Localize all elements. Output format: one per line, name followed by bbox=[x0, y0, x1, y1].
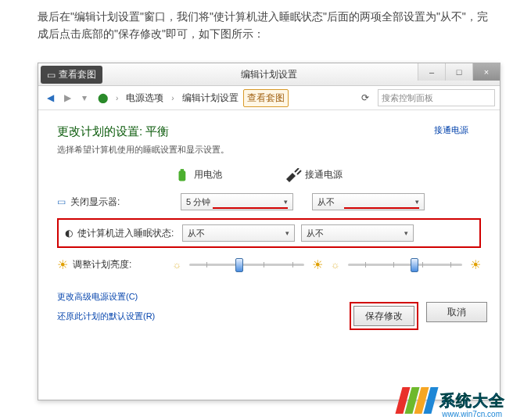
svg-line-2 bbox=[295, 168, 299, 172]
minimize-button[interactable]: – bbox=[418, 63, 445, 81]
sleep-plugged-select[interactable]: 从不▾ bbox=[301, 224, 414, 242]
crumb-current[interactable]: 查看套图 bbox=[243, 89, 289, 107]
maximize-button[interactable]: □ bbox=[445, 63, 472, 81]
brightness-low-icon: ☼ bbox=[331, 259, 340, 271]
monitor-icon: ▭ bbox=[57, 196, 66, 207]
back-button[interactable]: ◀ bbox=[43, 91, 57, 105]
cancel-button[interactable]: 取消 bbox=[426, 302, 487, 322]
gallery-overlay-label: 查看套图 bbox=[59, 68, 96, 81]
display-off-battery-select[interactable]: 5 分钟▾ bbox=[181, 193, 293, 210]
watermark-url: www.win7cn.com bbox=[442, 410, 502, 418]
row-brightness: ☀ 调整计划亮度: ☼ ☀ ☼ ☀ bbox=[57, 257, 481, 272]
col-battery: 用电池 bbox=[174, 168, 222, 182]
display-off-plugged-select[interactable]: 从不▾ bbox=[312, 193, 425, 210]
up-button[interactable]: ▾ bbox=[77, 91, 91, 105]
brightness-low-icon: ☼ bbox=[172, 259, 181, 271]
brightness-high-icon: ☀ bbox=[470, 257, 481, 272]
brightness-battery-slider[interactable] bbox=[189, 259, 303, 271]
content-area: 更改计划的设置: 平衡 选择希望计算机使用的睡眠设置和显示设置。 接通电源 用电… bbox=[38, 110, 500, 338]
page-subheading: 选择希望计算机使用的睡眠设置和显示设置。 bbox=[57, 144, 481, 156]
breadcrumb[interactable]: ⬤ › 电源选项 › 编辑计划设置 查看套图 bbox=[95, 89, 353, 107]
svg-rect-1 bbox=[181, 169, 184, 171]
gallery-icon: ▭ bbox=[47, 70, 56, 81]
chevron-down-icon: ▾ bbox=[284, 198, 288, 206]
power-icon: ⬤ bbox=[95, 91, 111, 105]
forward-button[interactable]: ▶ bbox=[60, 91, 74, 105]
brightness-icon: ☀ bbox=[57, 257, 68, 272]
column-headers: 用电池 接通电源 bbox=[174, 168, 481, 182]
save-button[interactable]: 保存修改 bbox=[353, 306, 414, 326]
sleep-row-highlight: ◐ 使计算机进入睡眠状态: 从不▾ 从不▾ bbox=[57, 218, 481, 248]
row-display-off: ▭ 关闭显示器: 5 分钟▾ 从不▾ bbox=[57, 193, 481, 210]
chevron-down-icon: ▾ bbox=[415, 198, 419, 206]
gallery-overlay[interactable]: ▭ 查看套图 bbox=[41, 66, 102, 84]
button-row: 保存修改 取消 bbox=[350, 302, 487, 330]
close-button[interactable]: × bbox=[472, 63, 500, 81]
advanced-settings-link[interactable]: 更改高级电源设置(C) bbox=[57, 291, 481, 303]
chevron-right-icon: › bbox=[113, 92, 121, 104]
navbar: ◀ ▶ ▾ ⬤ › 电源选项 › 编辑计划设置 查看套图 ⟳ 搜索控制面板 bbox=[38, 86, 500, 110]
crumb-power-options[interactable]: 电源选项 bbox=[123, 90, 167, 106]
instruction-text: 最后在"编辑计划设置"窗口，我们将"使计算机进入睡眠状态"后面的两项全部设置为"… bbox=[0, 0, 513, 47]
svg-line-3 bbox=[297, 171, 301, 174]
titlebar: 编辑计划设置 – □ × bbox=[38, 63, 500, 86]
settings-window: ▭ 查看套图 编辑计划设置 – □ × ◀ ▶ ▾ ⬤ › 电源选项 › 编辑计… bbox=[38, 63, 500, 400]
save-button-highlight: 保存修改 bbox=[350, 302, 418, 330]
crumb-edit-plan[interactable]: 编辑计划设置 bbox=[179, 90, 242, 106]
svg-rect-0 bbox=[178, 171, 185, 181]
row-display-label: 关闭显示器: bbox=[70, 196, 120, 209]
chevron-down-icon: ▾ bbox=[404, 229, 408, 237]
col-plugged: 接通电源 bbox=[285, 168, 342, 182]
battery-icon bbox=[174, 168, 192, 182]
page-heading: 更改计划的设置: 平衡 bbox=[57, 124, 481, 139]
search-placeholder: 搜索控制面板 bbox=[382, 92, 433, 104]
row-sleep-label: 使计算机进入睡眠状态: bbox=[77, 227, 174, 240]
refresh-button[interactable]: ⟳ bbox=[356, 92, 375, 103]
search-input[interactable]: 搜索控制面板 bbox=[378, 89, 495, 106]
power-source-link[interactable]: 接通电源 bbox=[434, 124, 468, 136]
brightness-plugged-slider[interactable] bbox=[348, 259, 462, 271]
chevron-right-icon: › bbox=[168, 92, 177, 104]
sleep-icon: ◐ bbox=[65, 228, 73, 239]
plug-icon bbox=[285, 168, 302, 182]
chevron-down-icon: ▾ bbox=[285, 229, 289, 237]
brightness-high-icon: ☀ bbox=[312, 257, 323, 272]
row-brightness-label: 调整计划亮度: bbox=[73, 258, 131, 271]
sleep-battery-select[interactable]: 从不▾ bbox=[182, 224, 295, 242]
